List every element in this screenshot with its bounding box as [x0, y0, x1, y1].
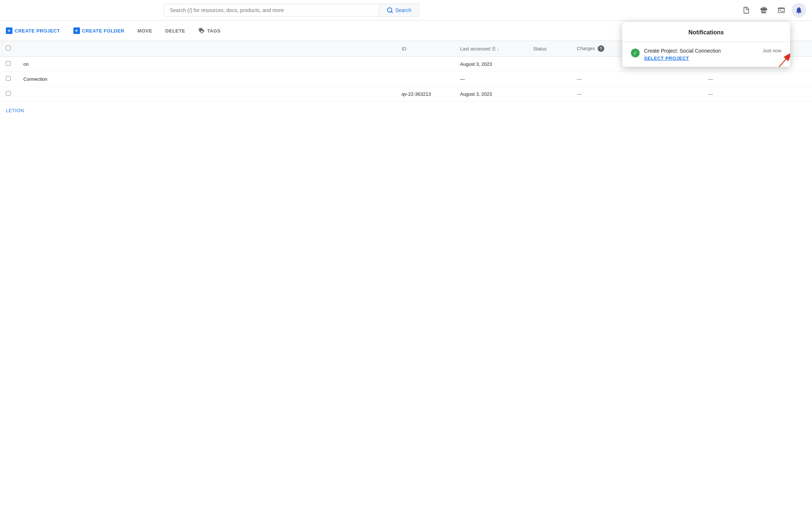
notification-bell-button[interactable]: [792, 3, 806, 18]
select-project-link[interactable]: SELECT PROJECT: [644, 56, 689, 61]
gift-icon-button[interactable]: [757, 3, 771, 18]
row-checkbox-cell: [0, 57, 18, 72]
row-checkbox[interactable]: [6, 76, 11, 81]
delete-button[interactable]: DELETE: [160, 25, 191, 37]
status-col-header: Status: [527, 41, 571, 57]
row-status-cell: [527, 57, 571, 72]
row-name-cell: Connection: [18, 72, 396, 87]
row-checkbox[interactable]: [6, 91, 11, 96]
svg-line-3: [779, 52, 790, 67]
notification-panel: Notifications ✓ Create Project: Social C…: [622, 22, 790, 67]
gift-icon: [760, 6, 768, 14]
row-last-accessed-cell: August 3, 2023: [454, 87, 527, 102]
row-carbon-cell: [629, 72, 702, 87]
table-row: Connection — — —: [0, 72, 812, 87]
tags-label: TAGS: [207, 28, 221, 34]
docs-icon-button[interactable]: [739, 3, 754, 18]
row-unattended-cell: —: [702, 72, 768, 87]
delete-label: DELETE: [165, 28, 185, 34]
row-checkbox-cell: [0, 72, 18, 87]
search-input[interactable]: [170, 7, 373, 13]
checkbox-col-header: [0, 41, 18, 57]
notification-item: ✓ Create Project: Social Connection SELE…: [622, 42, 790, 67]
row-status-cell: [527, 87, 571, 102]
row-last-accessed-cell: —: [454, 72, 527, 87]
row-carbon-cell: [629, 87, 702, 102]
last-accessed-col-header[interactable]: Last accessed ☰ ↓: [454, 41, 527, 57]
move-button[interactable]: MOVE: [132, 25, 158, 37]
search-icon: [387, 7, 393, 14]
docs-icon: [742, 6, 750, 14]
name-col-header: [18, 41, 396, 57]
charges-col-header: Charges ?: [571, 41, 629, 57]
row-name: on: [23, 61, 28, 67]
svg-line-1: [391, 11, 392, 12]
row-charges-cell: —: [571, 72, 629, 87]
tags-icon: [198, 27, 205, 34]
terminal-icon: [777, 6, 785, 14]
row-checkbox-cell: [0, 87, 18, 102]
row-labels-cell: [768, 87, 812, 102]
row-unattended-cell: —: [702, 87, 768, 102]
tags-button[interactable]: TAGS: [192, 24, 226, 37]
row-charges-cell: [571, 57, 629, 72]
bell-icon: [795, 6, 803, 14]
app-header: Search: [0, 0, 812, 21]
row-id-cell: [396, 57, 454, 72]
search-container: Search: [164, 4, 419, 17]
id-col-header: ID: [396, 41, 454, 57]
search-button[interactable]: Search: [379, 4, 419, 17]
create-project-plus-icon: +: [6, 27, 12, 34]
row-id-cell: qv-22-363213: [396, 87, 454, 102]
search-button-label: Search: [395, 7, 411, 13]
notification-panel-header: Notifications: [622, 22, 790, 42]
create-folder-label: CREATE FOLDER: [82, 28, 125, 34]
row-name-cell: [18, 87, 396, 102]
charges-help-icon[interactable]: ?: [598, 45, 604, 52]
move-label: MOVE: [138, 28, 152, 34]
row-checkbox[interactable]: [6, 61, 11, 66]
notification-success-icon: ✓: [631, 49, 640, 57]
sort-filter-icon: ☰: [492, 46, 496, 52]
create-folder-button[interactable]: + CREATE FOLDER: [68, 24, 130, 37]
row-name: Connection: [23, 76, 47, 82]
search-box[interactable]: [164, 4, 379, 16]
pending-deletion-link[interactable]: LETION: [6, 108, 24, 113]
notification-content: Create Project: Social Connection SELECT…: [644, 48, 758, 61]
row-status-cell: [527, 72, 571, 87]
sort-down-icon: ↓: [497, 46, 499, 52]
pending-section: LETION: [0, 102, 812, 119]
row-charges-cell: —: [571, 87, 629, 102]
row-id-cell: [396, 72, 454, 87]
notification-title: Create Project: Social Connection: [644, 48, 758, 54]
row-last-accessed-cell: August 3, 2023: [454, 57, 527, 72]
select-all-checkbox[interactable]: [6, 46, 11, 50]
create-project-label: CREATE PROJECT: [15, 28, 60, 34]
table-row: qv-22-363213 August 3, 2023 — —: [0, 87, 812, 102]
header-icons: [739, 3, 806, 18]
create-project-button[interactable]: + CREATE PROJECT: [0, 24, 66, 37]
red-arrow: [772, 49, 790, 67]
row-labels-cell: [768, 72, 812, 87]
create-folder-plus-icon: +: [73, 27, 80, 34]
terminal-icon-button[interactable]: [774, 3, 789, 18]
row-name-cell: on: [18, 57, 396, 72]
